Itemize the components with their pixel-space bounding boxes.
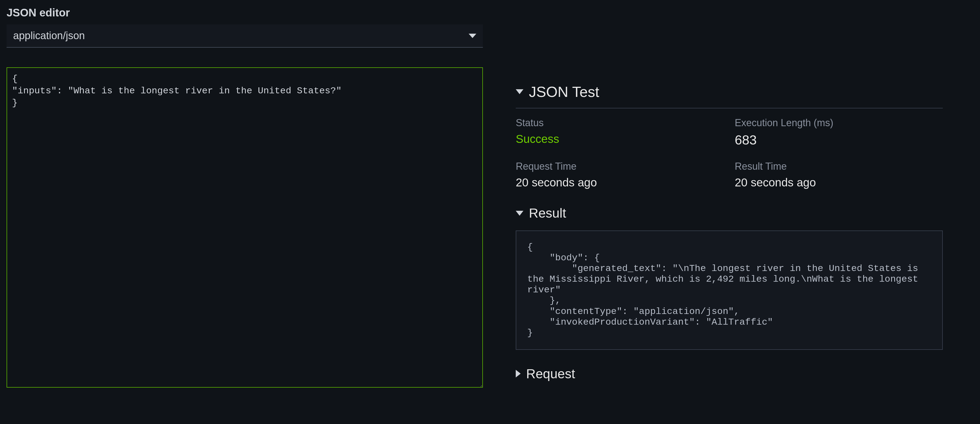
request-section: Request — [516, 366, 943, 381]
result-time-label: Result Time — [735, 161, 943, 172]
content-type-select[interactable]: application/json — [6, 24, 483, 48]
request-title: Request — [526, 366, 575, 381]
chevron-down-icon — [516, 89, 523, 94]
status-item: Status Success — [516, 117, 724, 148]
result-title: Result — [529, 206, 566, 221]
json-test-title: JSON Test — [529, 83, 599, 100]
right-panel: JSON Test Status Success Execution Lengt… — [516, 6, 943, 389]
result-section: Result { "body": { "generated_text": "\n… — [516, 206, 943, 350]
chevron-down-icon — [469, 34, 476, 38]
left-panel: JSON editor application/json — [6, 6, 483, 389]
json-test-header[interactable]: JSON Test — [516, 83, 943, 108]
content-type-value: application/json — [13, 30, 85, 41]
request-header[interactable]: Request — [516, 366, 943, 381]
exec-length-label: Execution Length (ms) — [735, 117, 943, 129]
chevron-right-icon — [516, 370, 521, 378]
status-value: Success — [516, 132, 724, 146]
status-label: Status — [516, 117, 724, 129]
result-header[interactable]: Result — [516, 206, 943, 221]
request-time-value: 20 seconds ago — [516, 176, 724, 189]
request-time-label: Request Time — [516, 161, 724, 172]
request-time-item: Request Time 20 seconds ago — [516, 161, 724, 189]
result-time-item: Result Time 20 seconds ago — [735, 161, 943, 189]
result-time-value: 20 seconds ago — [735, 176, 943, 189]
exec-length-value: 683 — [735, 132, 943, 148]
status-grid: Status Success Execution Length (ms) 683… — [516, 117, 943, 189]
json-editor-input[interactable] — [6, 67, 483, 387]
chevron-down-icon — [516, 211, 523, 216]
result-body: { "body": { "generated_text": "\nThe lon… — [516, 230, 943, 350]
exec-length-item: Execution Length (ms) 683 — [735, 117, 943, 148]
json-editor-label: JSON editor — [6, 6, 483, 19]
